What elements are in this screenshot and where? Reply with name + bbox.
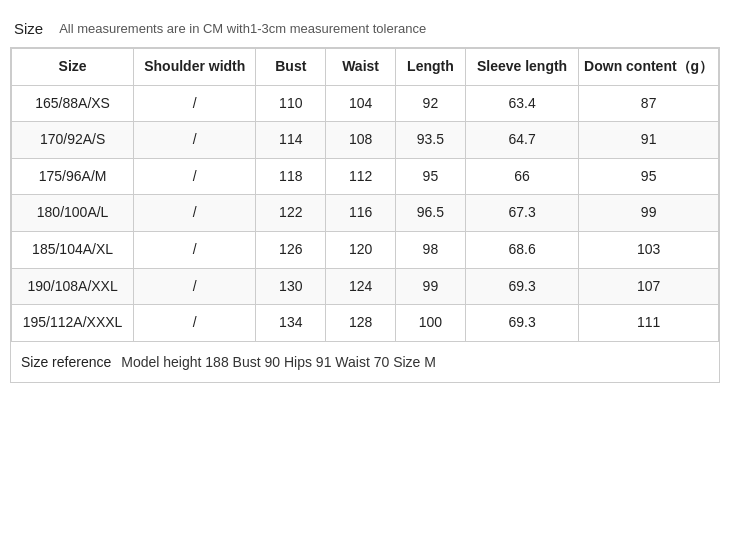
cell-length: 99: [396, 268, 466, 305]
cell-size: 195/112A/XXXL: [12, 305, 134, 342]
table-row: 185/104A/XL/1261209868.6103: [12, 231, 719, 268]
cell-down: 91: [579, 122, 719, 159]
reference-text: Model height 188 Bust 90 Hips 91 Waist 7…: [121, 354, 436, 370]
cell-sleeve: 69.3: [465, 268, 578, 305]
cell-bust: 110: [256, 85, 326, 122]
cell-shoulder: /: [134, 85, 256, 122]
cell-length: 95: [396, 158, 466, 195]
cell-bust: 130: [256, 268, 326, 305]
cell-bust: 134: [256, 305, 326, 342]
cell-length: 92: [396, 85, 466, 122]
size-table: Size Shoulder width Bust Waist Length Sl…: [11, 48, 719, 342]
cell-length: 100: [396, 305, 466, 342]
cell-down: 103: [579, 231, 719, 268]
cell-size: 185/104A/XL: [12, 231, 134, 268]
cell-down: 111: [579, 305, 719, 342]
table-row: 165/88A/XS/1101049263.487: [12, 85, 719, 122]
reference-label: Size reference: [21, 354, 111, 370]
cell-shoulder: /: [134, 305, 256, 342]
cell-waist: 104: [326, 85, 396, 122]
cell-sleeve: 63.4: [465, 85, 578, 122]
reference-section: Size reference Model height 188 Bust 90 …: [10, 342, 720, 383]
cell-bust: 118: [256, 158, 326, 195]
cell-down: 107: [579, 268, 719, 305]
cell-shoulder: /: [134, 122, 256, 159]
size-header: Size All measurements are in CM with1-3c…: [10, 20, 720, 37]
cell-waist: 128: [326, 305, 396, 342]
col-header-shoulder: Shoulder width: [134, 49, 256, 86]
col-header-waist: Waist: [326, 49, 396, 86]
cell-shoulder: /: [134, 195, 256, 232]
table-row: 180/100A/L/12211696.567.399: [12, 195, 719, 232]
table-row: 175/96A/M/118112956695: [12, 158, 719, 195]
cell-down: 95: [579, 158, 719, 195]
col-header-sleeve: Sleeve length: [465, 49, 578, 86]
cell-down: 99: [579, 195, 719, 232]
measurement-note: All measurements are in CM with1-3cm mea…: [59, 21, 426, 36]
table-row: 190/108A/XXL/1301249969.3107: [12, 268, 719, 305]
cell-shoulder: /: [134, 268, 256, 305]
cell-bust: 122: [256, 195, 326, 232]
col-header-bust: Bust: [256, 49, 326, 86]
col-header-down: Down content（g）: [579, 49, 719, 86]
cell-size: 190/108A/XXL: [12, 268, 134, 305]
size-title: Size: [14, 20, 43, 37]
cell-waist: 108: [326, 122, 396, 159]
cell-waist: 116: [326, 195, 396, 232]
cell-size: 180/100A/L: [12, 195, 134, 232]
cell-shoulder: /: [134, 158, 256, 195]
col-header-length: Length: [396, 49, 466, 86]
cell-bust: 114: [256, 122, 326, 159]
cell-sleeve: 64.7: [465, 122, 578, 159]
cell-down: 87: [579, 85, 719, 122]
cell-sleeve: 69.3: [465, 305, 578, 342]
cell-length: 98: [396, 231, 466, 268]
cell-bust: 126: [256, 231, 326, 268]
cell-size: 165/88A/XS: [12, 85, 134, 122]
table-row: 170/92A/S/11410893.564.791: [12, 122, 719, 159]
col-header-size: Size: [12, 49, 134, 86]
cell-length: 96.5: [396, 195, 466, 232]
cell-shoulder: /: [134, 231, 256, 268]
cell-size: 170/92A/S: [12, 122, 134, 159]
cell-size: 175/96A/M: [12, 158, 134, 195]
cell-waist: 120: [326, 231, 396, 268]
cell-sleeve: 66: [465, 158, 578, 195]
cell-waist: 112: [326, 158, 396, 195]
cell-length: 93.5: [396, 122, 466, 159]
cell-sleeve: 68.6: [465, 231, 578, 268]
size-table-wrapper: Size Shoulder width Bust Waist Length Sl…: [10, 47, 720, 342]
table-row: 195/112A/XXXL/13412810069.3111: [12, 305, 719, 342]
cell-sleeve: 67.3: [465, 195, 578, 232]
cell-waist: 124: [326, 268, 396, 305]
